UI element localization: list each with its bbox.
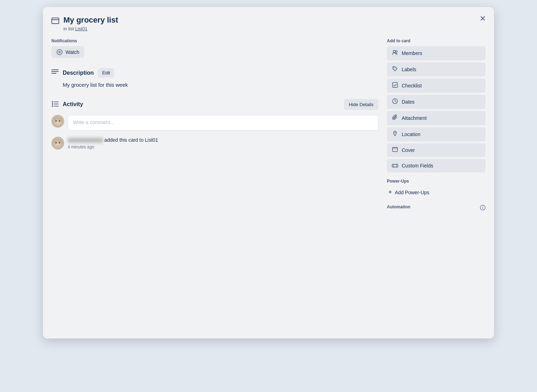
modal-header: My grocery list in list List01 [51,16,486,31]
main-content: Notifications Watch [51,38,378,327]
svg-rect-31 [393,82,397,87]
activity-title-wrap: Activity [51,100,83,109]
svg-point-8 [52,101,53,103]
svg-point-25 [56,142,56,143]
comment-input[interactable]: Write a comment... [68,115,378,130]
header-text: My grocery list in list List01 [63,16,118,31]
svg-point-20 [57,122,59,123]
watch-label: Watch [66,49,79,55]
power-ups-section: Power-Ups + Add Power-Ups [387,179,486,198]
in-list: in list List01 [63,26,118,31]
cover-label: Cover [402,147,415,153]
activity-action: added this card to List01 [104,137,158,143]
automation-label: Automation [387,204,411,209]
activity-title: Activity [63,101,83,108]
plus-icon: + [388,189,392,196]
automation-label-row: Automation [387,204,486,212]
comment-area: Write a comment... [51,115,378,130]
card-modal: My grocery list in list List01 Notificat… [43,7,494,338]
location-icon [392,131,398,138]
notifications-section: Notifications Watch [51,38,378,58]
custom-fields-icon [392,163,398,169]
location-button[interactable]: Location [387,127,486,141]
sidebar: Add to card Members [387,38,486,327]
modal-body: Notifications Watch [51,38,486,327]
svg-point-10 [52,103,53,105]
svg-rect-36 [392,164,398,167]
location-label: Location [402,131,420,137]
activity-time: 4 minutes ago [68,145,158,149]
activity-section: Activity Hide Details [51,99,378,150]
hide-details-button[interactable]: Hide Details [344,99,378,110]
members-button[interactable]: Members [387,46,486,60]
cover-icon [392,147,398,153]
svg-point-29 [396,51,397,53]
description-text: My grocery list for this week [63,81,378,89]
dates-button[interactable]: Dates [387,95,486,109]
svg-point-4 [59,52,60,53]
svg-point-18 [56,121,56,121]
activity-item: ​ added this card to List01 4 minutes ag… [51,137,378,150]
info-icon[interactable] [480,205,486,212]
dates-label: Dates [402,99,415,105]
add-to-card-label: Add to card [387,38,486,43]
close-button[interactable] [477,13,488,24]
comment-placeholder: Write a comment... [73,119,114,126]
card-icon [51,17,59,26]
blurred-username: ​ [68,138,103,143]
checklist-label: Checklist [402,83,422,88]
activity-user-avatar [51,137,64,149]
attachment-icon [392,115,398,122]
activity-icon [51,100,58,109]
cover-button[interactable]: Cover [387,143,486,157]
labels-button[interactable]: Labels [387,62,486,76]
card-title: My grocery list [63,16,118,25]
activity-item-text: ​ added this card to List01 4 minutes ag… [68,137,158,150]
svg-point-30 [394,68,394,68]
list-link[interactable]: List01 [75,26,87,31]
current-user-avatar [51,115,64,128]
svg-point-26 [59,142,60,143]
svg-point-19 [59,121,60,121]
svg-point-41 [482,207,483,207]
add-power-ups-button[interactable]: + Add Power-Ups [387,186,431,198]
description-icon [51,69,58,77]
attachment-button[interactable]: Attachment [387,111,486,125]
activity-header: Activity Hide Details [51,99,378,110]
edit-description-button[interactable]: Edit [98,68,114,78]
svg-point-12 [52,105,53,107]
dates-icon [392,98,398,105]
watch-icon [56,49,63,55]
checklist-button[interactable]: Checklist [387,79,486,93]
custom-fields-button[interactable]: Custom Fields [387,159,486,172]
automation-section: Automation [387,204,486,212]
svg-rect-0 [52,18,59,24]
svg-rect-35 [393,147,397,149]
checklist-icon [392,82,398,89]
watch-button[interactable]: Watch [51,46,84,58]
custom-fields-label: Custom Fields [402,163,433,169]
members-icon [392,50,398,57]
svg-point-33 [395,132,396,133]
svg-point-28 [393,50,395,53]
add-power-ups-label: Add Power-Ups [395,190,430,195]
description-section: Description Edit My grocery list for thi… [51,68,378,89]
svg-point-27 [57,143,59,145]
attachment-label: Attachment [402,115,427,121]
description-header: Description Edit [51,68,378,78]
notifications-label: Notifications [51,38,378,43]
members-label: Members [402,50,422,56]
labels-icon [392,66,398,73]
power-ups-label: Power-Ups [387,179,486,184]
labels-label: Labels [402,67,416,72]
description-title: Description [63,70,94,76]
